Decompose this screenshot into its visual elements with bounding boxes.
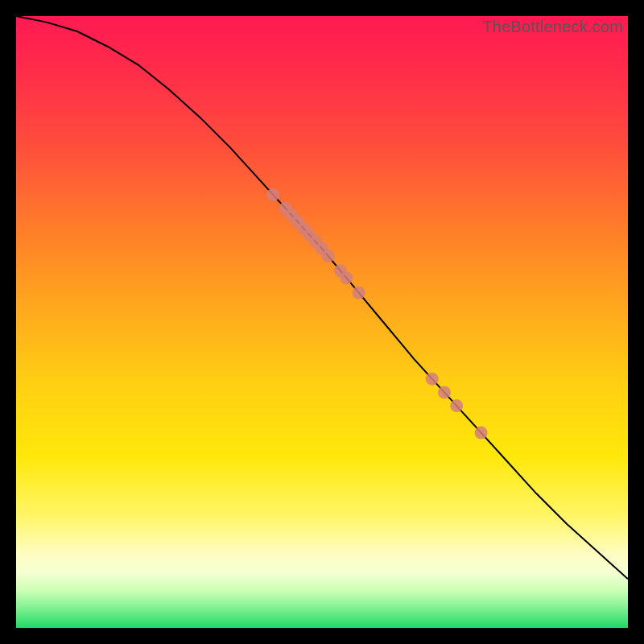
data-point: [438, 386, 451, 398]
curve-layer: [16, 16, 628, 628]
data-point: [353, 287, 365, 299]
data-point: [266, 188, 279, 201]
data-point: [475, 427, 488, 440]
bottleneck-curve: [16, 16, 628, 579]
plot-area: TheBottleneck.com: [16, 16, 628, 628]
data-point: [322, 250, 335, 262]
data-point: [426, 373, 439, 386]
data-point: [450, 399, 463, 412]
data-point: [340, 271, 353, 284]
chart-frame: TheBottleneck.com: [0, 0, 644, 644]
